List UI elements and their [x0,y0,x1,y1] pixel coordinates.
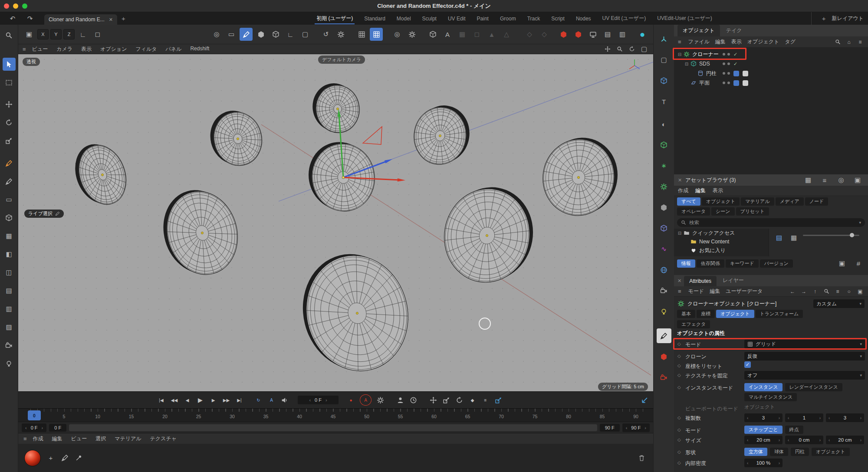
filter-tab-ノード[interactable]: ノード [805,197,829,206]
grid-view-icon[interactable]: ▦ [787,231,800,244]
category-tab-オブジェクト[interactable]: オブジェクト [716,310,754,318]
viewport-menu-フィルタ[interactable]: フィルタ [135,46,157,53]
expander-icon[interactable]: ◇ [677,385,681,390]
object-name[interactable]: SDS [699,61,710,67]
asset-folder-name[interactable]: クイックアクセス [692,229,735,237]
object-item-平面[interactable]: 平面 [674,78,868,88]
settings-gear-icon[interactable] [405,28,418,41]
expander-icon[interactable]: ◇ [677,437,681,442]
om-menu-ファイル[interactable]: ファイル [688,38,710,46]
close-panel-icon[interactable]: ✕ [678,177,682,183]
forward-icon[interactable]: → [800,288,808,295]
cube-tool-icon[interactable] [269,28,282,41]
hash-icon[interactable]: # [852,257,865,270]
enable-checkbox[interactable]: ✓ [733,61,737,67]
redo-button[interactable]: ↷ [23,12,36,25]
rotate-view-icon[interactable] [627,45,637,53]
expander-icon[interactable]: ◇ [677,373,681,377]
thumbnail-icon[interactable]: ▦ [802,174,815,187]
team-render-icon[interactable]: ▥ [616,28,629,41]
size-y-field[interactable]: ‹0 cm› [785,436,823,444]
tag-chip-blue[interactable] [733,71,739,76]
disabled-rect-icon[interactable]: ◻ [470,28,483,41]
object-name[interactable]: 平面 [699,79,710,87]
undo-button[interactable]: ↶ [6,12,19,25]
disabled-icon-b[interactable]: ◇ [538,28,551,41]
axis-lock-icon[interactable]: ∟ [284,28,297,41]
lathe-generator-icon[interactable]: ▥ [3,302,16,315]
subdivide-icon[interactable]: ◫ [3,266,16,279]
rotation-key-icon[interactable] [454,394,465,406]
frame-decrement[interactable]: ‹ [309,397,311,403]
new-document-tab-button[interactable]: + [122,15,125,22]
text-object-icon[interactable]: T [657,94,671,109]
shape-option[interactable]: 円柱 [791,448,809,456]
spline-object-icon[interactable]: ∿ [657,242,671,256]
asset-tree-item-クイックアクセス[interactable]: ⊟クイックアクセス [674,229,769,237]
thumbnail-size-slider[interactable] [803,235,859,236]
viewport-menu-Redshift[interactable]: Redshift [190,46,209,53]
expander-icon[interactable]: ◇ [677,363,681,368]
filter-icon[interactable]: ≡ [834,288,842,295]
object-item-SDS[interactable]: ⊟SDS✓ [674,59,868,69]
tag-chip-white[interactable] [743,80,748,86]
om-menu-タグ[interactable]: タグ [785,38,796,46]
annotation-tool-icon[interactable]: A [441,28,454,41]
document-tab[interactable]: Cloner and Random E... ✕ [44,14,117,25]
volume-icon[interactable] [657,200,671,215]
lock-y-button[interactable]: Y [50,29,62,39]
environment-icon[interactable] [657,262,671,277]
grid-snap-icon[interactable] [370,28,383,41]
lock-x-button[interactable]: X [37,29,49,39]
tag-chip-blue[interactable] [733,80,739,86]
popout-icon[interactable]: ▣ [856,288,864,295]
reset-coords-checkbox[interactable]: ✓ [744,361,751,368]
extrude-generator-icon[interactable]: ▤ [3,284,16,297]
step-mode-option[interactable]: ステップごと [744,426,783,434]
frame-increment[interactable]: › [326,397,327,403]
instance-mode-option[interactable]: インスタンス [744,383,783,391]
info-tab-キーワード[interactable]: キーワード [726,259,759,268]
editor-visibility-dot[interactable] [723,53,725,56]
list-view-icon[interactable]: ▤ [773,231,786,244]
disabled-grid-icon[interactable]: ▦ [456,28,469,41]
undo-view-icon[interactable]: ↺ [319,28,332,41]
editor-visibility-dot[interactable] [723,62,725,65]
parameter-key-icon[interactable]: ◆ [467,394,478,406]
layout-tab-Groom[interactable]: Groom [500,12,516,25]
editor-visibility-dot[interactable] [723,72,725,75]
render-visibility-dot[interactable] [727,62,730,65]
cube-primitive-icon[interactable] [3,211,16,224]
layout-tab-Track[interactable]: Track [527,12,540,25]
object-manager-menu-icon[interactable]: ≡ [678,39,681,45]
close-icon[interactable]: ✕ [109,17,113,23]
instance-mode-option[interactable]: レンダーインスタンス [785,383,842,391]
layout-corner-icon[interactable] [639,394,651,406]
shape-option[interactable]: 球体 [770,448,788,456]
layout-tab-UVEdit-User (ユーザー)[interactable]: UVEdit-User (ユーザー) [657,12,712,25]
record-button[interactable]: ● [345,394,357,406]
render-settings-button[interactable] [572,28,585,41]
viewport-menu-オプション[interactable]: オプション [100,46,127,53]
cube-icon[interactable] [426,28,439,41]
mode-dropdown[interactable]: グリッド▾ [744,340,865,348]
ab-menu-表示[interactable]: 表示 [713,187,723,194]
scale-tool[interactable] [3,134,16,147]
lock-z-button[interactable]: Z [63,29,75,39]
panel-tab-レイヤー[interactable]: レイヤー [717,275,749,286]
render-visibility-dot[interactable] [727,72,730,75]
instance-mode-option[interactable]: マルチインスタンス [744,393,797,401]
target-icon[interactable]: ◎ [835,174,848,187]
category-tab-エフェクタ[interactable]: エフェクタ [677,320,710,328]
fix-texture-dropdown[interactable]: オフ▾ [744,371,865,380]
layout-tab-初期 (ユーザー)[interactable]: 初期 (ユーザー) [316,12,353,25]
filter-tab-シーン[interactable]: シーン [711,207,735,216]
rotate-tool[interactable] [3,116,16,129]
expander-icon[interactable]: ◇ [677,460,681,465]
search-icon[interactable] [822,288,830,295]
material-menu-icon[interactable]: ≡ [23,436,27,442]
brush-icon[interactable] [59,452,70,464]
om-menu-オブジェクト[interactable]: オブジェクト [747,38,779,46]
range-start-field[interactable]: ‹0 F› [22,423,46,432]
autokey-button[interactable]: A [266,394,277,406]
